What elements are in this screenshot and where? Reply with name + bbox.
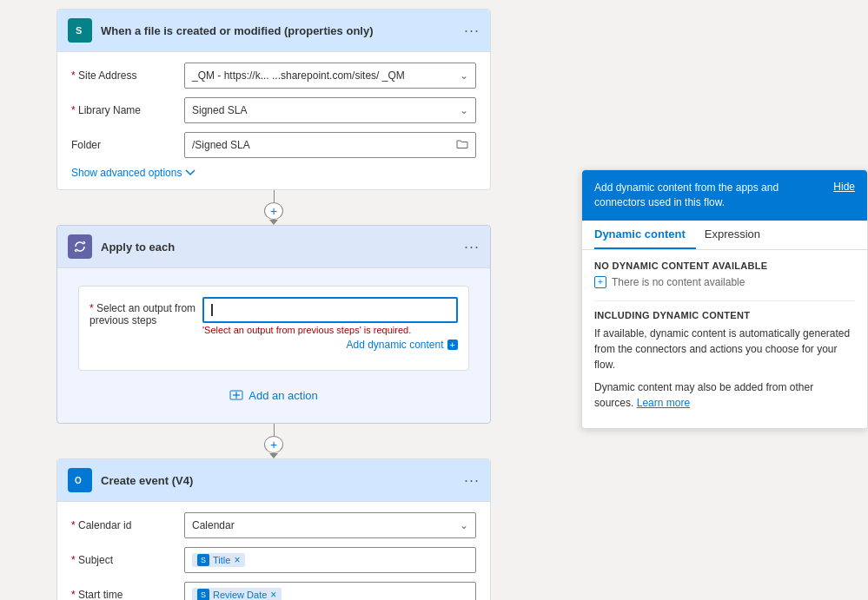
site-address-row: Site Address _QM - https://k... ...share… <box>71 63 476 89</box>
folder-value: /Signed SLA <box>192 139 250 151</box>
library-name-input[interactable]: Signed SLA ⌄ <box>184 97 476 123</box>
panel-header-text: Add dynamic content from the apps and co… <box>594 181 825 210</box>
folder-label: Folder <box>71 139 184 151</box>
tab-dynamic-content[interactable]: Dynamic content <box>594 221 696 249</box>
add-dynamic-content-btn[interactable]: Add dynamic content + <box>202 339 458 351</box>
subject-row: Subject S Title × <box>71 547 476 573</box>
calendar-id-row: Calendar id Calendar ⌄ <box>71 512 476 538</box>
folder-input[interactable]: /Signed SLA <box>184 132 476 158</box>
connector-arrow-2 <box>269 453 278 458</box>
select-output-cursor <box>211 304 213 316</box>
apply-each-inner-card: Select an output from previous steps 'Se… <box>78 286 469 371</box>
add-step-2[interactable]: + <box>264 436 283 453</box>
trigger-card-header: S When a file is created or modified (pr… <box>57 10 490 52</box>
connector-line-1 <box>274 190 275 202</box>
connector-2: + <box>56 424 491 458</box>
start-time-tag-close[interactable]: × <box>270 589 276 600</box>
subject-tag-icon: S <box>197 554 209 566</box>
library-name-row: Library Name Signed SLA ⌄ <box>71 97 476 123</box>
trigger-card-body: Site Address _QM - https://k... ...share… <box>57 52 490 189</box>
connector-arrow-1 <box>269 220 278 225</box>
tab-expression[interactable]: Expression <box>705 221 771 249</box>
flow-area: S When a file is created or modified (pr… <box>0 0 547 600</box>
add-action-button[interactable]: Add an action <box>71 378 476 412</box>
create-event-title: Create event (V4) <box>101 474 464 487</box>
start-time-tag: S Review Date × <box>192 588 282 600</box>
start-time-label: Start time <box>71 589 184 600</box>
outlook-icon: O <box>68 468 92 492</box>
library-name-dropdown-icon: ⌄ <box>460 104 468 116</box>
start-time-row: Start time S Review Date × <box>71 582 476 600</box>
create-event-card: O Create event (V4) ··· Calendar id Cale… <box>56 458 491 600</box>
folder-row: Folder /Signed SLA <box>71 132 476 158</box>
site-address-dropdown-icon: ⌄ <box>460 69 468 82</box>
connector-line-2 <box>274 424 275 436</box>
site-address-label: Site Address <box>71 69 184 82</box>
create-event-header: O Create event (V4) ··· <box>57 459 490 502</box>
apply-each-header: Apply to each ··· <box>57 226 490 268</box>
start-time-input[interactable]: S Review Date × <box>184 582 476 600</box>
subject-label: Subject <box>71 554 184 566</box>
no-content-item: + There is no content available <box>594 276 855 288</box>
calendar-id-label: Calendar id <box>71 519 184 531</box>
apply-each-title: Apply to each <box>101 241 464 254</box>
loop-icon <box>68 234 92 259</box>
apply-each-menu[interactable]: ··· <box>464 238 480 256</box>
trigger-card-menu[interactable]: ··· <box>464 22 480 40</box>
create-event-menu[interactable]: ··· <box>464 471 480 490</box>
learn-more-link[interactable]: Learn more <box>637 397 690 409</box>
subject-tag: S Title × <box>192 553 245 567</box>
panel-header: Add dynamic content from the apps and co… <box>582 170 867 221</box>
add-action-label: Add an action <box>248 389 318 402</box>
no-content-text: There is no content available <box>612 276 745 288</box>
panel-divider <box>594 300 855 301</box>
folder-browse-icon <box>456 139 468 152</box>
library-name-value: Signed SLA <box>192 104 247 116</box>
select-output-label: Select an output from previous steps <box>89 297 202 326</box>
apply-each-card: Apply to each ··· Select an output from … <box>56 225 491 424</box>
start-time-tag-icon: S <box>197 589 209 600</box>
library-name-label: Library Name <box>71 104 184 116</box>
canvas: S When a file is created or modified (pr… <box>0 0 868 600</box>
svg-text:O: O <box>75 476 82 485</box>
apply-each-body: Select an output from previous steps 'Se… <box>57 268 490 423</box>
no-content-title: NO DYNAMIC CONTENT AVAILABLE <box>594 260 855 271</box>
panel-hide-button[interactable]: Hide <box>833 181 855 193</box>
add-dynamic-content-icon: + <box>447 340 458 350</box>
including-text-2: Dynamic content may also be added from o… <box>594 379 855 411</box>
add-step-1[interactable]: + <box>264 202 283 220</box>
connector-1: + <box>56 190 491 225</box>
trigger-card: S When a file is created or modified (pr… <box>56 9 491 190</box>
including-title: INCLUDING DYNAMIC CONTENT <box>594 310 855 320</box>
select-output-input[interactable] <box>202 297 458 323</box>
subject-input[interactable]: S Title × <box>184 547 476 573</box>
create-event-body: Calendar id Calendar ⌄ Subject S Title × <box>57 502 490 600</box>
panel-content: NO DYNAMIC CONTENT AVAILABLE + There is … <box>582 250 867 428</box>
including-section: INCLUDING DYNAMIC CONTENT If available, … <box>594 310 855 411</box>
select-output-row: Select an output from previous steps 'Se… <box>89 297 458 351</box>
no-content-icon: + <box>594 276 606 288</box>
select-output-error: 'Select an output from previous steps' i… <box>202 325 458 335</box>
sharepoint-icon: S <box>68 18 92 43</box>
dynamic-content-panel: Add dynamic content from the apps and co… <box>581 169 868 429</box>
trigger-advanced-options[interactable]: Show advanced options <box>71 167 476 179</box>
no-content-section: NO DYNAMIC CONTENT AVAILABLE + There is … <box>594 260 855 288</box>
svg-text:S: S <box>76 25 82 36</box>
trigger-card-title: When a file is created or modified (prop… <box>101 24 464 37</box>
calendar-id-dropdown-icon: ⌄ <box>460 519 468 531</box>
panel-tabs: Dynamic content Expression <box>582 221 867 250</box>
calendar-id-input[interactable]: Calendar ⌄ <box>184 512 476 538</box>
subject-tag-close[interactable]: × <box>234 554 240 566</box>
including-text-1: If available, dynamic content is automat… <box>594 326 855 373</box>
site-address-value: _QM - https://k... ...sharepoint.com/sit… <box>192 69 405 82</box>
site-address-input[interactable]: _QM - https://k... ...sharepoint.com/sit… <box>184 63 476 89</box>
